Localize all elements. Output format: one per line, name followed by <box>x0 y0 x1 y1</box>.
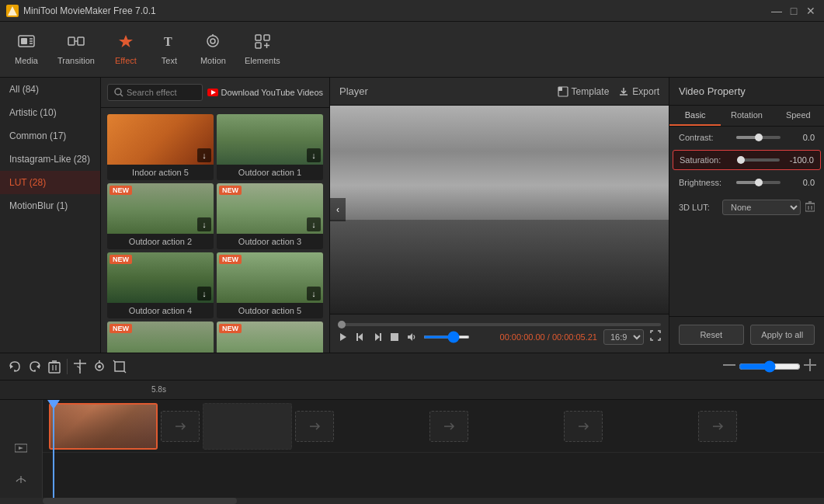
tool-transition[interactable]: Transition <box>50 29 103 70</box>
zoom-in-button[interactable] <box>723 359 735 374</box>
timeline-tracks <box>43 400 824 498</box>
effect-item[interactable]: ↓ Indoor action 5 <box>107 114 214 180</box>
apply-all-button[interactable]: Apply to all <box>750 325 815 345</box>
zoom-slider[interactable] <box>739 360 801 373</box>
reset-button[interactable]: Reset <box>679 325 744 345</box>
filter-lut[interactable]: LUT (28) <box>0 171 100 194</box>
volume-slider[interactable] <box>423 335 470 339</box>
lut-row: 3D LUT: None <box>669 193 824 221</box>
video-track-icon <box>15 442 27 457</box>
player-arrow-left[interactable]: ‹ <box>330 198 346 221</box>
filter-artistic[interactable]: Artistic (10) <box>0 101 100 124</box>
effect-item[interactable]: NEW Outdoor action + <box>107 322 214 353</box>
effects-grid: ↓ Indoor action 5 ↓ Outdoor action 1 NEW… <box>101 108 329 353</box>
svg-rect-7 <box>78 37 84 45</box>
template-btn-label: Template <box>572 86 610 97</box>
main-area: All (84) Artistic (10) Common (17) Insta… <box>0 78 824 353</box>
download-icon: ↓ <box>307 287 321 301</box>
player-header-right: Template Export <box>558 86 659 97</box>
close-button[interactable]: ✕ <box>804 4 818 18</box>
scrollbar-thumb[interactable] <box>43 498 237 504</box>
cut-button[interactable] <box>74 360 86 374</box>
volume-button[interactable] <box>406 332 417 342</box>
effects-header: Search effect Download YouTube Videos <box>101 78 329 108</box>
video-property-title: Video Property <box>669 78 824 106</box>
video-land <box>330 220 669 314</box>
tool-transition-label: Transition <box>57 56 95 65</box>
effect-item[interactable]: NEW ↓ Outdoor action 2 <box>107 183 214 249</box>
audio-button[interactable] <box>92 360 106 374</box>
filter-motionblur[interactable]: MotionBlur (1) <box>0 194 100 217</box>
crop-button[interactable] <box>113 360 127 374</box>
transition-slot[interactable] <box>698 411 737 442</box>
tool-motion[interactable]: Motion <box>193 29 234 70</box>
svg-marker-8 <box>119 35 133 47</box>
tool-media-label: Media <box>15 56 38 65</box>
effect-thumbnail: NEW ↓ <box>107 252 214 303</box>
filter-all[interactable]: All (84) <box>0 78 100 101</box>
svg-marker-53 <box>19 447 23 450</box>
svg-point-10 <box>207 36 218 47</box>
progress-dot <box>338 321 346 328</box>
effect-thumbnail: NEW <box>217 322 323 353</box>
transition-slot[interactable] <box>564 411 603 442</box>
brightness-slider[interactable] <box>736 181 781 184</box>
search-box[interactable]: Search effect <box>107 84 203 101</box>
download-icon: ↓ <box>197 287 211 301</box>
zoom-out-button[interactable] <box>804 359 816 374</box>
lut-select[interactable]: None <box>722 200 801 215</box>
download-youtube-button[interactable]: Download YouTube Videos <box>207 88 324 97</box>
saturation-slider[interactable] <box>737 158 780 162</box>
transition-slot[interactable] <box>295 411 334 442</box>
audio-track-icon <box>15 472 27 487</box>
stop-button[interactable] <box>389 332 400 342</box>
lut-delete-button[interactable] <box>805 201 815 214</box>
undo-button[interactable] <box>8 360 22 374</box>
download-icon: ↓ <box>197 217 211 231</box>
play-button[interactable] <box>338 332 349 342</box>
effect-item[interactable]: NEW ↓ Outdoor action 3 <box>217 183 323 249</box>
template-button[interactable]: Template <box>558 86 610 97</box>
effect-item[interactable]: NEW Outdoor action 7 <box>217 322 323 353</box>
tool-text[interactable]: T Text <box>149 29 189 70</box>
elements-icon <box>254 33 271 53</box>
empty-clip-slot[interactable] <box>203 403 292 450</box>
transition-slot[interactable] <box>161 411 200 442</box>
effect-item[interactable]: NEW ↓ Outdoor action 5 <box>217 252 323 318</box>
next-frame-button[interactable] <box>372 332 383 342</box>
tool-media[interactable]: Media <box>6 29 47 70</box>
new-badge: NEW <box>110 255 132 264</box>
delete-button[interactable] <box>48 360 61 374</box>
toolbar-divider <box>67 359 68 374</box>
maximize-button[interactable]: □ <box>787 4 801 18</box>
svg-marker-25 <box>375 333 380 341</box>
svg-rect-21 <box>558 87 562 91</box>
tab-basic[interactable]: Basic <box>669 106 721 126</box>
export-button[interactable]: Export <box>618 86 659 97</box>
video-clip[interactable] <box>49 403 158 450</box>
effect-item[interactable]: NEW ↓ Outdoor action 4 <box>107 252 214 318</box>
progress-bar[interactable] <box>338 323 661 326</box>
filter-instagram[interactable]: Instagram-Like (28) <box>0 148 100 171</box>
tool-effect[interactable]: Effect <box>106 29 146 70</box>
svg-rect-36 <box>49 363 60 373</box>
title-bar: MiniTool MovieMaker Free 7.0.1 — □ ✕ <box>0 0 824 22</box>
prev-frame-button[interactable] <box>355 332 366 342</box>
aspect-ratio-select[interactable]: 16:9 9:16 1:1 4:3 <box>603 329 644 345</box>
minimize-button[interactable]: — <box>770 4 784 18</box>
svg-marker-22 <box>340 333 346 341</box>
fullscreen-button[interactable] <box>650 330 661 343</box>
redo-button[interactable] <box>28 360 42 374</box>
export-btn-label: Export <box>632 86 659 97</box>
tool-elements[interactable]: Elements <box>237 29 288 70</box>
effect-item[interactable]: ↓ Outdoor action 1 <box>217 114 323 180</box>
filter-common[interactable]: Common (17) <box>0 124 100 148</box>
tab-speed[interactable]: Speed <box>773 106 824 126</box>
media-icon <box>18 33 35 53</box>
lut-label: 3D LUT: <box>679 203 718 212</box>
tab-rotation[interactable]: Rotation <box>721 106 772 126</box>
contrast-slider[interactable] <box>736 136 781 139</box>
timeline-scrollbar[interactable] <box>0 498 824 504</box>
transition-slot[interactable] <box>429 411 468 442</box>
svg-rect-46 <box>115 362 124 371</box>
